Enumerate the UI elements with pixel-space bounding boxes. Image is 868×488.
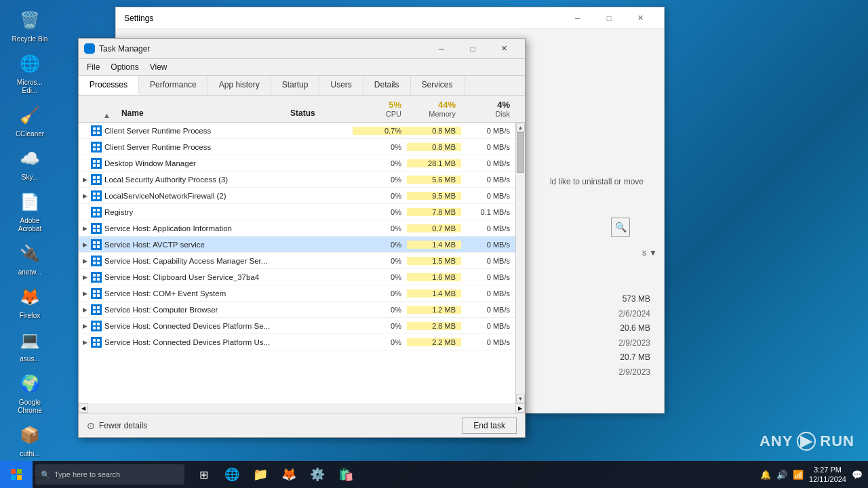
scroll-up-arrow[interactable]: ▲ xyxy=(516,123,525,132)
svg-rect-27 xyxy=(97,229,100,232)
desktop-icon-edge[interactable]: 🌐 Micros...Edi... xyxy=(5,49,54,98)
scroll-down-arrow[interactable]: ▼ xyxy=(516,394,525,403)
svg-rect-16 xyxy=(93,192,96,195)
table-row[interactable]: ▶Service Host: Computer Browser0%1.2 MB0… xyxy=(79,302,515,318)
table-row[interactable]: Client Server Runtime Process0%0.8 MB0 M… xyxy=(79,139,515,155)
tm-menu-file[interactable]: File xyxy=(81,60,105,74)
tm-process-list[interactable]: Client Server Runtime Process0.7%0.8 MB0… xyxy=(79,123,515,403)
settings-close-button[interactable]: ✕ xyxy=(625,7,656,29)
desktop-icon-ccleaner[interactable]: 🧹 CCleaner xyxy=(5,100,54,141)
table-row[interactable]: ▶Service Host: Clipboard User Service_37… xyxy=(79,269,515,285)
hscroll-right[interactable]: ▶ xyxy=(515,403,525,413)
svg-rect-37 xyxy=(97,274,100,277)
process-memory: 0.7 MB xyxy=(407,224,461,232)
desktop-icon-asus[interactable]: 💻 asus... xyxy=(5,325,54,366)
table-row[interactable]: ▶LocalServiceNoNetworkFirewall (2)0%9.5 … xyxy=(79,188,515,204)
adobe-icon: 📄 xyxy=(18,190,42,214)
th-name[interactable]: Name xyxy=(116,106,285,121)
end-task-button[interactable]: End task xyxy=(462,418,517,434)
tm-close-button[interactable]: ✕ xyxy=(488,39,519,59)
fewer-details-button[interactable]: ⊙ Fewer details xyxy=(87,420,147,431)
svg-rect-7 xyxy=(97,148,100,150)
taskbar-store[interactable]: 🛍️ xyxy=(332,461,359,488)
process-cpu: 0% xyxy=(353,241,407,249)
taskbar-task-view[interactable]: ⊞ xyxy=(190,461,217,488)
table-row[interactable]: ▶Service Host: Connected Devices Platfor… xyxy=(79,318,515,334)
svg-rect-42 xyxy=(93,294,96,297)
tab-processes[interactable]: Processes xyxy=(79,76,139,95)
settings-minimize-button[interactable]: ─ xyxy=(562,7,593,29)
svg-rect-33 xyxy=(97,258,100,260)
expand-button[interactable]: ▶ xyxy=(79,253,91,269)
svg-rect-22 xyxy=(93,213,96,216)
desktop-icon-recycle-bin[interactable]: 🗑️ Recycle Bin xyxy=(5,5,54,46)
taskbar-firefox[interactable]: 🦊 xyxy=(275,461,302,488)
table-row[interactable]: Desktop Window Manager0%28.1 MB0 MB/s xyxy=(79,155,515,171)
table-row[interactable]: Client Server Runtime Process0.7%0.8 MB0… xyxy=(79,123,515,139)
tm-menu-view[interactable]: View xyxy=(144,60,173,74)
expand-button[interactable]: ▶ xyxy=(79,302,91,318)
expand-button[interactable]: ▶ xyxy=(79,285,91,302)
desktop-icon-anetwork[interactable]: 🔌 anetw... xyxy=(5,239,54,279)
expand-button[interactable]: ▶ xyxy=(79,334,91,350)
expand-button[interactable]: ▶ xyxy=(79,188,91,204)
tab-details[interactable]: Details xyxy=(363,76,411,95)
expand-button[interactable]: ▶ xyxy=(79,269,91,285)
tm-minimize-button[interactable]: ─ xyxy=(426,39,457,59)
tray-notification-icon[interactable]: 💬 xyxy=(852,470,863,480)
svg-rect-12 xyxy=(93,176,96,179)
table-row[interactable]: ▶Service Host: Connected Devices Platfor… xyxy=(79,334,515,350)
desktop-icon-chrome[interactable]: 🌍 GoogleChrome xyxy=(5,369,54,418)
table-row[interactable]: ▶Service Host: AVCTP service0%1.4 MB0 MB… xyxy=(79,237,515,253)
expand-button[interactable]: ▶ xyxy=(79,220,91,237)
desktop-icon-firefox[interactable]: 🦊 Firefox xyxy=(5,282,54,323)
tab-app-history[interactable]: App history xyxy=(208,76,271,95)
table-row[interactable]: Registry0%7.8 MB0.1 MB/s xyxy=(79,204,515,220)
expand-button[interactable]: ▶ xyxy=(79,237,91,253)
table-row[interactable]: ▶Service Host: Capability Access Manager… xyxy=(79,253,515,269)
desktop-icon-sky[interactable]: ☁️ Sky... xyxy=(5,144,54,184)
tab-startup[interactable]: Startup xyxy=(271,76,320,95)
process-name: Service Host: AVCTP service xyxy=(104,241,285,249)
start-button[interactable] xyxy=(0,461,33,488)
expand-button[interactable]: ▶ xyxy=(79,171,91,188)
tray-clock[interactable]: 3:27 PM 12/11/2024 xyxy=(809,465,846,485)
scroll-thumb[interactable] xyxy=(517,132,524,173)
tm-scrollbar[interactable]: ▲ ▼ xyxy=(515,123,525,403)
taskbar-search[interactable]: 🔍 Type here to search xyxy=(35,464,184,485)
cuthi-icon: 📦 xyxy=(18,423,42,447)
taskbar-explorer[interactable]: 📁 xyxy=(247,461,274,488)
desktop-icon-adobe[interactable]: 📄 AdobeAcrobat xyxy=(5,187,54,236)
svg-rect-38 xyxy=(93,278,96,281)
th-cpu[interactable]: 5% CPU xyxy=(353,97,407,121)
process-cpu: 0% xyxy=(353,224,407,232)
desktop: 🗑️ Recycle Bin 🌐 Micros...Edi... 🧹 CClea… xyxy=(0,0,868,488)
th-memory[interactable]: 44% Memory xyxy=(407,97,461,121)
taskbar-settings[interactable]: ⚙️ xyxy=(304,461,331,488)
tab-performance[interactable]: Performance xyxy=(139,76,208,95)
process-disk: 0 MB/s xyxy=(461,176,515,184)
expand-button[interactable]: ▶ xyxy=(79,318,91,334)
desktop-icon-cuthi[interactable]: 📦 cuthi... xyxy=(5,420,54,461)
table-row[interactable]: ▶Local Security Authority Process (3)0%5… xyxy=(79,171,515,188)
process-cpu: 0% xyxy=(353,306,407,314)
settings-maximize-button[interactable]: □ xyxy=(593,7,625,29)
table-row[interactable]: ▶Service Host: COM+ Event System0%1.4 MB… xyxy=(79,285,515,302)
tm-horizontal-scrollbar[interactable]: ◀ ▶ xyxy=(79,403,525,413)
svg-rect-57 xyxy=(17,469,22,474)
sort-arrow[interactable]: ▲ xyxy=(91,111,116,121)
tab-services[interactable]: Services xyxy=(411,76,465,95)
taskbar-edge[interactable]: 🌐 xyxy=(218,461,245,488)
tm-maximize-button[interactable]: □ xyxy=(457,39,488,59)
tm-menu-options[interactable]: Options xyxy=(105,60,144,74)
settings-uninstall-text: ld like to uninstall or move xyxy=(550,177,644,186)
hscroll-left[interactable]: ◀ xyxy=(79,403,88,413)
process-icon xyxy=(91,207,102,218)
th-status[interactable]: Status xyxy=(285,106,353,121)
table-row[interactable]: ▶Service Host: Application Information0%… xyxy=(79,220,515,237)
windows-logo-icon xyxy=(11,469,22,480)
tab-users[interactable]: Users xyxy=(319,76,363,95)
th-disk[interactable]: 4% Disk xyxy=(461,97,515,121)
process-icon xyxy=(91,190,102,201)
svg-rect-17 xyxy=(97,192,100,195)
